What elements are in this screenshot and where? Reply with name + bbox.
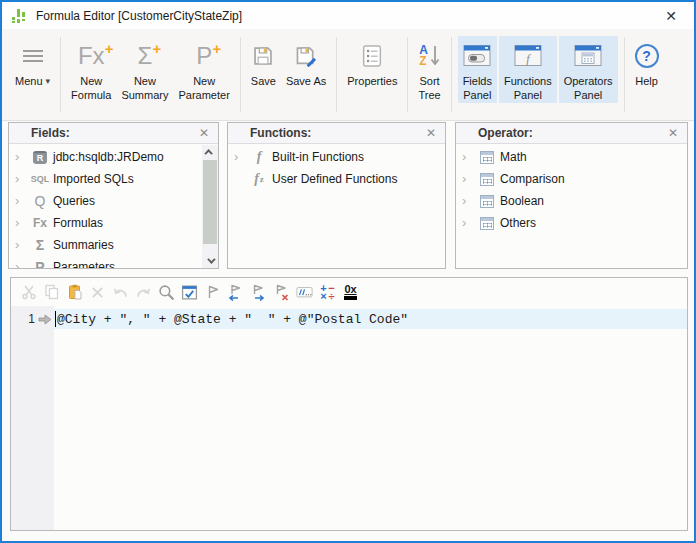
tree-item-summaries[interactable]: › Σ Summaries [9,234,202,256]
check-formula-icon[interactable] [181,284,198,301]
calculator-icon [474,195,500,208]
functions-panel-close-button[interactable]: ✕ [423,126,439,140]
formula-icon: Fx [27,216,53,230]
datasource-icon: R [27,151,53,164]
formula-editor-window: Formula Editor [CustomerCityStateZip] ✕ … [0,0,696,543]
app-logo-icon [11,8,27,24]
fields-tree: › R jdbc:hsqldb:JRDemo › SQL Imported SQ… [9,144,202,268]
tree-item-queries[interactable]: › Q Queries [9,190,202,212]
expand-chevron-icon[interactable]: › [462,217,474,229]
help-button[interactable]: ? Help [630,36,664,89]
line-number: 1 [28,312,35,326]
menu-label: Menu [15,74,43,88]
dropdown-caret-icon: ▾ [46,74,51,88]
calculator-icon [474,151,500,164]
functions-panel: Functions: ✕ › f Built-in Functions fz U… [227,122,446,269]
comment-icon[interactable] [296,284,313,301]
formula-text: @City + ", " + @State + " " + @"Postal C… [57,312,408,327]
operator-panel-close-button[interactable]: ✕ [665,126,681,140]
functions-panel-header: Functions: ✕ [228,123,445,144]
tree-item-imported-sqls[interactable]: › SQL Imported SQLs [9,168,202,190]
expand-chevron-icon[interactable]: › [15,239,27,251]
new-formula-button[interactable]: Fx+ NewFormula [66,36,116,103]
expand-chevron-icon[interactable]: › [15,261,27,268]
redo-icon[interactable] [135,284,152,301]
operators-panel-icon [574,44,602,67]
paste-icon[interactable] [66,284,83,301]
functions-panel-toggle[interactable]: f FunctionsPanel [499,36,557,103]
properties-button[interactable]: Properties [342,36,402,89]
scrollbar-thumb[interactable] [203,160,217,244]
fields-scrollbar[interactable] [202,145,218,268]
tree-item-user-defined-functions[interactable]: fz User Defined Functions [228,168,445,190]
expand-chevron-icon[interactable]: › [15,173,27,185]
fields-panel-icon [463,44,491,67]
tree-item-label: Formulas [53,216,103,230]
fields-panel-header: Fields: ✕ [9,123,218,144]
expand-chevron-icon[interactable]: › [462,173,474,185]
menu-icon [23,50,43,62]
tree-item-label: Queries [53,194,95,208]
title-bar: Formula Editor [CustomerCityStateZip] ✕ [2,2,694,29]
scroll-up-icon[interactable] [202,145,218,159]
expand-chevron-icon[interactable]: › [15,151,27,163]
close-window-button[interactable]: ✕ [654,3,688,28]
tree-item-boolean[interactable]: › Boolean [456,190,687,212]
hex-display-icon[interactable]: 0x [342,284,359,301]
window-title: Formula Editor [CustomerCityStateZip] [36,9,242,23]
operator-panel-header: Operator: ✕ [456,123,687,144]
expand-chevron-icon[interactable]: › [15,217,27,229]
expand-chevron-icon[interactable]: › [462,151,474,163]
tree-item-label: User Defined Functions [272,172,397,186]
tree-item-datasource[interactable]: › R jdbc:hsqldb:JRDemo [9,146,202,168]
functions-tree: › f Built-in Functions fz User Defined F… [228,144,445,268]
tree-item-math[interactable]: › Math [456,146,687,168]
operators-panel-toggle[interactable]: OperatorsPanel [559,36,618,103]
save-as-button[interactable]: Save As [281,36,331,89]
math-operators-icon[interactable]: +− ×÷ [319,284,336,301]
expand-chevron-icon[interactable]: › [462,195,474,207]
calculator-icon [474,173,500,186]
run-flag-icon[interactable] [204,284,221,301]
sql-icon: SQL [27,174,53,184]
cut-icon[interactable] [20,284,37,301]
calculator-icon [474,217,500,230]
editor-toolbar: +− ×÷ 0x [11,278,687,306]
tree-item-label: Imported SQLs [53,172,134,186]
properties-icon [362,44,382,68]
tree-item-formulas[interactable]: › Fx Formulas [9,212,202,234]
operator-tree: › Math › Comparison › Boolean › Others [456,144,687,268]
functions-panel-title: Functions: [250,126,311,140]
fields-panel-close-button[interactable]: ✕ [196,126,212,140]
new-summary-button[interactable]: Σ+ NewSummary [116,36,173,103]
expand-chevron-icon[interactable]: › [15,195,27,207]
code-area[interactable]: 1 @City + ", " + @State + " " + @"Postal… [11,306,687,530]
save-button[interactable]: Save [246,36,281,89]
formula-line[interactable]: @City + ", " + @State + " " + @"Postal C… [54,309,687,329]
save-as-icon [295,45,317,67]
menu-button[interactable]: Menu▾ [10,36,55,89]
search-icon[interactable] [158,284,175,301]
builtin-function-icon: f [246,149,272,165]
expand-chevron-icon[interactable]: › [234,151,246,163]
fields-panel-toggle[interactable]: FieldsPanel [458,36,497,103]
delete-icon[interactable] [89,284,106,301]
toolbar-separator [407,37,408,112]
sort-az-icon: AZ [419,44,440,68]
fields-panel-title: Fields: [31,126,70,140]
step-back-flag-icon[interactable] [227,284,244,301]
step-forward-flag-icon[interactable] [250,284,267,301]
scroll-down-icon[interactable] [202,254,218,268]
tree-item-parameters[interactable]: › P Parameters [9,256,202,268]
tree-item-builtin-functions[interactable]: › f Built-in Functions [228,146,445,168]
formula-editor-area: +− ×÷ 0x 1 @City + ", " + @State + " " [10,277,688,531]
operator-panel: Operator: ✕ › Math › Comparison › Boolea… [455,122,688,269]
copy-icon[interactable] [43,284,60,301]
undo-icon[interactable] [112,284,129,301]
tree-item-others[interactable]: › Others [456,212,687,234]
tree-item-comparison[interactable]: › Comparison [456,168,687,190]
stop-flag-icon[interactable] [273,284,290,301]
tree-item-label: Summaries [53,238,114,252]
new-parameter-button[interactable]: P+ NewParameter [173,36,234,103]
sort-tree-button[interactable]: AZ SortTree [413,36,445,103]
